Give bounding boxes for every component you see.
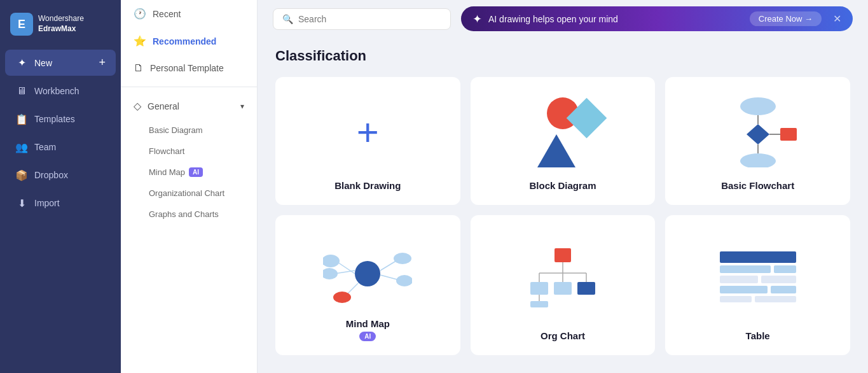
- svg-point-15: [333, 292, 351, 303]
- orgchart-card-visual: [485, 229, 642, 324]
- section-title: Classification: [275, 48, 850, 64]
- sidebar-item-import[interactable]: ⬇ Import: [5, 190, 116, 216]
- block-diagram-visual: [485, 91, 642, 174]
- card-org-chart[interactable]: Org Chart: [471, 215, 656, 355]
- card-basic-flowchart[interactable]: Basic Flowchart: [665, 77, 850, 205]
- svg-point-14: [323, 268, 338, 279]
- svg-marker-2: [747, 124, 769, 144]
- nav-sub-basic-diagram[interactable]: Basic Diagram: [121, 120, 257, 141]
- nav-divider: [121, 87, 257, 87]
- block-diagram-label: Block Diagram: [529, 180, 596, 191]
- table-label: Table: [746, 330, 770, 341]
- nav-item-personal[interactable]: 🗋 Personal Template: [121, 55, 257, 81]
- nav-item-recommended[interactable]: ⭐ Recommended: [121, 27, 257, 55]
- svg-rect-32: [720, 276, 758, 283]
- recommended-icon: ⭐: [134, 35, 146, 47]
- nav-panel: 🕐 Recent ⭐ Recommended 🗋 Personal Templa…: [121, 0, 258, 373]
- search-icon: 🔍: [282, 14, 293, 24]
- bd-triangle: [537, 134, 575, 167]
- logo-text: Wondershare EdrawMax: [38, 14, 84, 34]
- svg-rect-29: [720, 251, 796, 263]
- blank-plus-icon: +: [357, 113, 379, 151]
- svg-point-13: [323, 255, 340, 267]
- svg-rect-18: [555, 248, 571, 262]
- sidebar-item-new[interactable]: ✦ New +: [5, 50, 116, 76]
- team-icon: 👥: [15, 141, 28, 153]
- flowchart-label: Basic Flowchart: [721, 180, 794, 191]
- sidebar-item-dropbox[interactable]: 📦 Dropbox: [5, 162, 116, 188]
- svg-rect-26: [577, 282, 595, 295]
- new-icon: ✦: [15, 57, 28, 69]
- general-icon: ◇: [134, 100, 141, 112]
- mindmap-card-ai-badge: AI: [359, 332, 376, 341]
- recent-icon: 🕐: [134, 8, 146, 20]
- nav-item-recent[interactable]: 🕐 Recent: [121, 0, 257, 27]
- content-area: Classification + Blank Drawing Blo: [258, 38, 868, 373]
- ai-create-now-btn[interactable]: Create Now →: [750, 11, 822, 26]
- nav-section-left: ◇ General: [134, 100, 179, 112]
- main-content: 🔍 ✦ AI drawing helps open your mind Crea…: [258, 0, 868, 373]
- personal-icon: 🗋: [134, 62, 144, 74]
- nav-sub-orgchart[interactable]: Organizational Chart: [121, 183, 257, 204]
- nav-sub-graphs[interactable]: Graphs and Charts: [121, 204, 257, 225]
- nav-sub-mindmap[interactable]: Mind Map AI: [121, 162, 257, 183]
- mindmap-card-visual: [289, 229, 446, 312]
- blank-drawing-label: Blank Drawing: [334, 180, 401, 191]
- blank-drawing-visual: +: [289, 91, 446, 174]
- flowchart-svg: [717, 97, 799, 167]
- card-table[interactable]: Table: [665, 215, 850, 355]
- svg-point-16: [394, 253, 411, 264]
- orgchart-label: Org Chart: [541, 330, 585, 341]
- svg-rect-31: [774, 265, 796, 273]
- svg-rect-33: [761, 276, 796, 283]
- sidebar-item-workbench[interactable]: 🖥 Workbench: [5, 78, 116, 104]
- svg-rect-34: [720, 286, 768, 293]
- svg-point-6: [740, 153, 776, 167]
- templates-icon: 📋: [15, 113, 28, 125]
- search-box[interactable]: 🔍: [273, 8, 451, 30]
- new-plus-icon: +: [99, 56, 106, 69]
- nav-section-general[interactable]: ◇ General ▾: [121, 92, 257, 120]
- svg-rect-24: [554, 282, 572, 295]
- chevron-icon: ▾: [240, 102, 244, 111]
- svg-point-17: [396, 275, 412, 286]
- classification-grid: + Blank Drawing Block Diagram: [275, 77, 850, 355]
- svg-rect-30: [720, 265, 771, 273]
- svg-rect-4: [780, 128, 797, 141]
- card-blank-drawing[interactable]: + Blank Drawing: [275, 77, 460, 205]
- logo: E Wondershare EdrawMax: [0, 8, 121, 48]
- table-svg: [720, 251, 796, 302]
- sidebar-item-team[interactable]: 👥 Team: [5, 134, 116, 160]
- sidebar-item-templates[interactable]: 📋 Templates: [5, 106, 116, 132]
- svg-rect-37: [755, 296, 796, 302]
- import-icon: ⬇: [15, 197, 28, 209]
- svg-rect-22: [530, 282, 548, 295]
- ai-star-icon: ✦: [472, 12, 482, 26]
- flowchart-visual: [679, 91, 836, 174]
- svg-rect-36: [720, 296, 752, 302]
- svg-point-7: [355, 261, 380, 286]
- search-input[interactable]: [298, 14, 441, 24]
- sidebar: E Wondershare EdrawMax ✦ New + 🖥 Workben…: [0, 0, 121, 373]
- logo-icon: E: [10, 13, 33, 36]
- orgchart-svg: [521, 245, 604, 309]
- mindmap-ai-badge: AI: [189, 167, 203, 177]
- ai-banner[interactable]: ✦ AI drawing helps open your mind Create…: [461, 6, 853, 31]
- card-mind-map[interactable]: Mind Map AI: [275, 215, 460, 355]
- mindmap-label: Mind Map: [346, 318, 390, 329]
- banner-close-icon[interactable]: ✕: [833, 13, 841, 25]
- workbench-icon: 🖥: [15, 85, 28, 97]
- dropbox-icon: 📦: [15, 169, 28, 181]
- mindmap-svg: [323, 236, 412, 306]
- svg-point-0: [740, 97, 776, 115]
- topbar: 🔍 ✦ AI drawing helps open your mind Crea…: [258, 0, 868, 38]
- table-card-visual: [679, 229, 836, 324]
- nav-sub-flowchart[interactable]: Flowchart: [121, 141, 257, 162]
- svg-rect-28: [530, 301, 548, 307]
- card-block-diagram[interactable]: Block Diagram: [471, 77, 656, 205]
- svg-rect-35: [771, 286, 796, 293]
- block-diagram-shapes: [525, 97, 601, 167]
